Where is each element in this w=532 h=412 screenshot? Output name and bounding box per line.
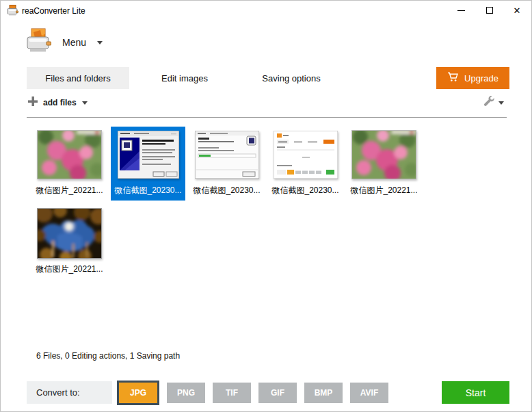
toolbar-divider bbox=[27, 117, 507, 118]
file-name: 微信截图_20230... bbox=[193, 185, 260, 196]
window-title: reaConverter Lite bbox=[22, 6, 85, 16]
file-tile[interactable]: 微信截图_20230... bbox=[111, 127, 185, 201]
app-thumbnail bbox=[274, 127, 338, 183]
upgrade-button[interactable]: Upgrade bbox=[436, 67, 509, 89]
night-thumbnail bbox=[37, 205, 102, 261]
chevron-down-icon bbox=[82, 101, 88, 105]
status-text: 6 Files, 0 Editing actions, 1 Saving pat… bbox=[36, 351, 180, 361]
printer-icon bbox=[7, 5, 18, 18]
format-bmp-button[interactable]: BMP bbox=[304, 383, 343, 403]
file-name: 微信图片_20221... bbox=[350, 185, 417, 196]
app-window: reaConverter Lite ✕ Menu Files and folde… bbox=[0, 0, 532, 412]
close-icon: ✕ bbox=[514, 6, 521, 15]
wrench-icon bbox=[483, 96, 495, 110]
format-avif-button[interactable]: AVIF bbox=[350, 383, 388, 403]
flowers-thumbnail bbox=[351, 127, 416, 183]
tabs: Files and foldersEdit imagesSaving optio… bbox=[27, 67, 343, 89]
cart-icon bbox=[447, 72, 459, 84]
menu-button[interactable]: Menu bbox=[21, 27, 107, 58]
file-tile[interactable]: 微信截图_20230... bbox=[268, 127, 343, 201]
flowers-thumbnail bbox=[37, 127, 102, 183]
file-name: 微信截图_20230... bbox=[271, 185, 338, 196]
file-tile[interactable]: 微信图片_20221... bbox=[32, 205, 107, 279]
file-tile[interactable]: 微信截图_20230... bbox=[189, 127, 264, 201]
format-png-button[interactable]: PNG bbox=[167, 383, 205, 403]
add-files-label: add files bbox=[43, 98, 77, 107]
menu-label: Menu bbox=[62, 37, 86, 48]
start-button[interactable]: Start bbox=[442, 381, 509, 404]
wizard-thumbnail bbox=[118, 127, 179, 183]
minimize-icon bbox=[457, 10, 465, 11]
minimize-button[interactable] bbox=[449, 1, 473, 20]
printer-icon bbox=[25, 28, 53, 57]
chevron-down-icon bbox=[498, 101, 504, 105]
file-name: 微信图片_20221... bbox=[36, 263, 103, 275]
file-tile[interactable]: 微信图片_20221... bbox=[32, 127, 107, 201]
tab-saving-options[interactable]: Saving options bbox=[240, 67, 343, 89]
tab-files-and-folders[interactable]: Files and folders bbox=[27, 67, 129, 89]
file-tile[interactable]: 微信图片_20221... bbox=[347, 127, 421, 201]
chevron-down-icon bbox=[97, 41, 103, 44]
add-files-button[interactable]: add files bbox=[28, 96, 88, 109]
format-gif-button[interactable]: GIF bbox=[258, 383, 297, 403]
close-button[interactable]: ✕ bbox=[505, 1, 529, 20]
upgrade-label: Upgrade bbox=[464, 73, 498, 83]
format-tif-button[interactable]: TIF bbox=[213, 383, 251, 403]
installer-thumbnail bbox=[195, 127, 259, 183]
maximize-icon bbox=[486, 7, 493, 14]
file-name: 微信截图_20230... bbox=[114, 185, 181, 196]
file-grid: 微信图片_20221...微信截图_20230...微信截图_20230...微… bbox=[32, 127, 429, 279]
plus-icon bbox=[28, 96, 38, 109]
convert-to-label: Convert to: bbox=[27, 381, 112, 404]
tools-menu-button[interactable] bbox=[483, 96, 504, 110]
file-name: 微信图片_20221... bbox=[36, 185, 103, 196]
tab-edit-images[interactable]: Edit images bbox=[133, 67, 236, 89]
format-jpg-button[interactable]: JPG bbox=[117, 381, 159, 405]
format-buttons: JPGPNGTIFGIFBMPAVIF bbox=[117, 378, 388, 407]
title-bar: reaConverter Lite ✕ bbox=[1, 1, 531, 21]
maximize-button[interactable] bbox=[478, 1, 501, 20]
